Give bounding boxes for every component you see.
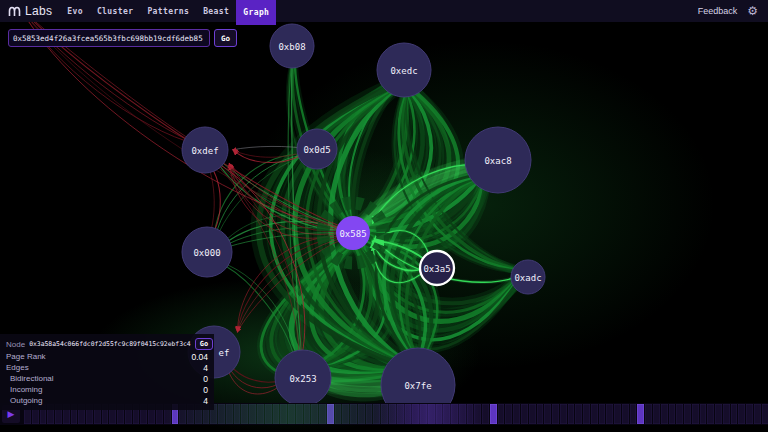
timeline-segment[interactable] — [521, 404, 528, 424]
timeline-segment[interactable] — [630, 404, 637, 424]
graph-node-0x585[interactable]: 0x585 — [336, 216, 370, 250]
timeline-segment[interactable] — [257, 404, 264, 424]
timeline-segment-highlight[interactable] — [490, 404, 497, 424]
settings-gear-icon[interactable]: ⚙ — [747, 5, 758, 17]
tab-graph[interactable]: Graph — [236, 0, 276, 25]
timeline-segment[interactable] — [381, 404, 388, 424]
timeline-segment[interactable] — [762, 404, 768, 424]
timeline-segment[interactable] — [498, 404, 505, 424]
graph-node-0x253[interactable]: 0x253 — [275, 350, 331, 406]
timeline-segment[interactable] — [412, 404, 419, 424]
timeline-segment[interactable] — [754, 404, 761, 424]
timeline-segment[interactable] — [304, 404, 311, 424]
timeline-segment[interactable] — [311, 404, 318, 424]
timeline-segment[interactable] — [684, 404, 691, 424]
timeline-segment[interactable] — [599, 404, 606, 424]
node-go-button[interactable]: Go — [195, 338, 213, 350]
timeline-segment[interactable] — [661, 404, 668, 424]
timeline-segment[interactable] — [723, 404, 730, 424]
timeline-segment[interactable] — [505, 404, 512, 424]
timeline-segment[interactable] — [700, 404, 707, 424]
timeline-segment[interactable] — [591, 404, 598, 424]
timeline-segment[interactable] — [335, 404, 342, 424]
graph-node-0x0d5[interactable]: 0x0d5 — [297, 129, 337, 169]
timeline-segment[interactable] — [249, 404, 256, 424]
timeline-segment[interactable] — [482, 404, 489, 424]
timeline-segment[interactable] — [568, 404, 575, 424]
timeline-segment[interactable] — [405, 404, 412, 424]
timeline-segment[interactable] — [358, 404, 365, 424]
timeline-segment[interactable] — [428, 404, 435, 424]
timeline-segment[interactable] — [529, 404, 536, 424]
timeline-segment[interactable] — [280, 404, 287, 424]
timeline-segment[interactable] — [467, 404, 474, 424]
timeline-segment[interactable] — [606, 404, 613, 424]
graph-node-0xedc[interactable]: 0xedc — [377, 43, 431, 97]
timeline-segment[interactable] — [731, 404, 738, 424]
timeline-segment[interactable] — [273, 404, 280, 424]
timeline-segment[interactable] — [226, 404, 233, 424]
node-label: 0xdef — [191, 146, 218, 156]
tab-evo[interactable]: Evo — [60, 0, 90, 22]
timeline-segment[interactable] — [366, 404, 373, 424]
timeline-segment[interactable] — [342, 404, 349, 424]
graph-node-0xb08[interactable]: 0xb08 — [270, 24, 314, 68]
timeline-segment[interactable] — [715, 404, 722, 424]
timeline-segment[interactable] — [537, 404, 544, 424]
timeline-segment[interactable] — [459, 404, 466, 424]
timeline-segment[interactable] — [707, 404, 714, 424]
timeline-segment[interactable] — [288, 404, 295, 424]
timeline-segment[interactable] — [560, 404, 567, 424]
timeline-segment[interactable] — [552, 404, 559, 424]
stat-row-page-rank: Page Rank 0.04 — [6, 351, 208, 362]
app-window: 0xb080xedc0xac80xdef0x0d50x0000x5850x3a5… — [0, 0, 768, 432]
timeline-segment-highlight[interactable] — [637, 404, 644, 424]
node-label: 0xb08 — [278, 42, 305, 52]
address-input[interactable] — [8, 29, 210, 47]
timeline-segment[interactable] — [614, 404, 621, 424]
tab-beast[interactable]: Beast — [196, 0, 236, 22]
feedback-button[interactable]: Feedback — [698, 6, 738, 16]
timeline-segment[interactable] — [692, 404, 699, 424]
timeline-segment[interactable] — [653, 404, 660, 424]
graph-node-0x000[interactable]: 0x000 — [182, 227, 232, 277]
timeline-segment[interactable] — [296, 404, 303, 424]
timeline-segment[interactable] — [544, 404, 551, 424]
timeline-segment[interactable] — [397, 404, 404, 424]
timeline-segment[interactable] — [738, 404, 745, 424]
node-label: 0x0d5 — [303, 145, 330, 155]
timeline-segment[interactable] — [451, 404, 458, 424]
timeline-segment[interactable] — [583, 404, 590, 424]
labs-logo-icon — [8, 5, 21, 17]
timeline-segment[interactable] — [645, 404, 652, 424]
graph-node-0xadc[interactable]: 0xadc — [511, 260, 545, 294]
node-label: 0x3a5 — [423, 264, 450, 274]
timeline-segment[interactable] — [350, 404, 357, 424]
timeline-segment[interactable] — [622, 404, 629, 424]
tab-cluster[interactable]: Cluster — [90, 0, 141, 22]
timeline-segment[interactable] — [474, 404, 481, 424]
timeline-segment[interactable] — [319, 404, 326, 424]
timeline-segment[interactable] — [389, 404, 396, 424]
timeline-segment[interactable] — [746, 404, 753, 424]
node-label: 0x7fe — [404, 381, 431, 391]
timeline-segment[interactable] — [265, 404, 272, 424]
search-go-button[interactable]: Go — [214, 29, 237, 47]
timeline-segment[interactable] — [436, 404, 443, 424]
graph-node-0x3a5[interactable]: 0x3a5 — [420, 251, 454, 285]
graph-node-0xac8[interactable]: 0xac8 — [465, 127, 531, 193]
tab-patterns[interactable]: Patterns — [140, 0, 196, 22]
timeline-segment[interactable] — [241, 404, 248, 424]
timeline-segment[interactable] — [373, 404, 380, 424]
timeline-segment[interactable] — [575, 404, 582, 424]
timeline-segment[interactable] — [218, 404, 225, 424]
timeline-segment[interactable] — [676, 404, 683, 424]
graph-node-0xdef[interactable]: 0xdef — [182, 127, 228, 173]
timeline-segment[interactable] — [420, 404, 427, 424]
timeline-segment[interactable] — [443, 404, 450, 424]
timeline-segment-highlight[interactable] — [327, 404, 334, 424]
timeline-segment[interactable] — [234, 404, 241, 424]
timeline-segment[interactable] — [513, 404, 520, 424]
stat-row-outgoing: Outgoing 4 — [6, 395, 208, 406]
timeline-segment[interactable] — [669, 404, 676, 424]
